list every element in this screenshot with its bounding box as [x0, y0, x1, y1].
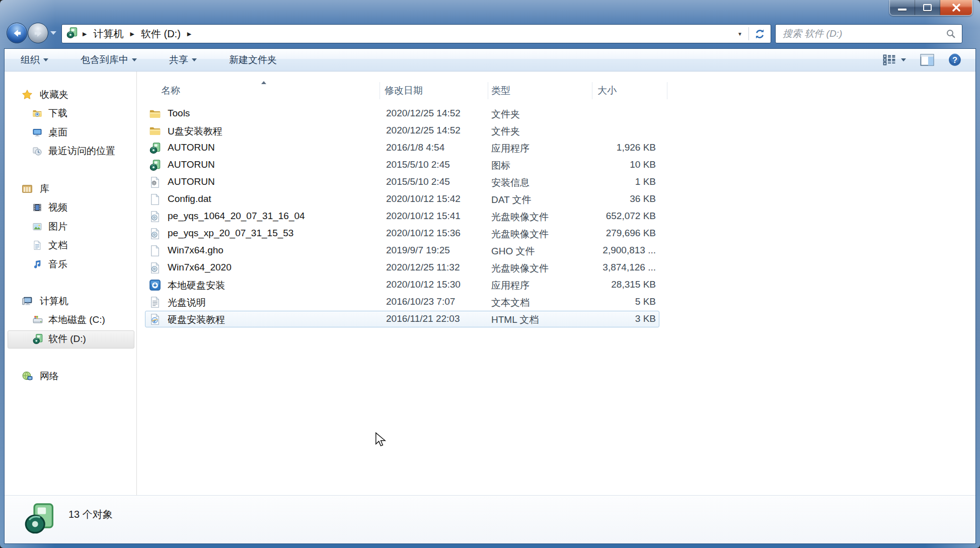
file-type: 文件夹 — [491, 108, 520, 121]
file-row[interactable]: e硬盘安装教程2016/11/21 22:03HTML 文档3 KB — [137, 311, 975, 328]
minimize-icon — [898, 9, 907, 11]
folder-icon — [149, 108, 161, 120]
toolbar-button-label: 新建文件夹 — [229, 53, 277, 66]
minimize-button[interactable] — [890, 0, 915, 15]
sidebar-item[interactable]: 最近访问的位置 — [5, 144, 136, 159]
file-row[interactable]: Config.dat2020/10/12 15:42DAT 文件36 KB — [137, 191, 975, 208]
views-icon — [882, 54, 896, 66]
column-header-name[interactable]: 名称 — [161, 82, 180, 99]
file-row[interactable]: 本地硬盘安装2020/10/12 15:30应用程序28,315 KB — [137, 277, 975, 294]
file-date: 2016/1/8 4:54 — [386, 142, 444, 153]
column-header-type[interactable]: 类型 — [491, 82, 510, 99]
address-dropdown-icon[interactable]: ▼ — [731, 31, 748, 37]
sidebar-item-label: 本地磁盘 (C:) — [48, 313, 105, 326]
sidebar-item[interactable]: 图片 — [5, 219, 136, 234]
file-size: 1,926 KB — [570, 142, 656, 153]
breadcrumb-arrow-icon[interactable]: ▶ — [187, 31, 191, 37]
file-row[interactable]: pe_yqs_xp_20_07_31_15_532020/10/12 15:36… — [137, 225, 975, 242]
folder-icon — [149, 125, 161, 137]
sidebar-item-label: 音乐 — [48, 258, 67, 271]
column-header-size[interactable]: 大小 — [597, 82, 617, 99]
breadcrumb-item[interactable]: 计算机 — [91, 26, 125, 42]
file-name: pe_yqs_xp_20_07_31_15_53 — [168, 228, 293, 239]
search-box — [775, 24, 962, 43]
plain-file-icon — [149, 193, 161, 206]
sidebar-item[interactable]: 网络 — [5, 369, 136, 384]
file-size: 1 KB — [570, 176, 656, 187]
file-date: 2020/10/12 15:41 — [386, 211, 461, 222]
file-size: 5 KB — [570, 296, 656, 307]
file-row[interactable]: 光盘说明2016/10/23 7:07文本文档5 KB — [137, 294, 975, 311]
file-date: 2020/12/25 11:32 — [386, 262, 460, 273]
forward-button[interactable] — [28, 23, 48, 43]
sidebar-item[interactable]: 音乐 — [5, 257, 136, 272]
breadcrumb-arrow-icon[interactable]: ▶ — [130, 31, 134, 37]
refresh-button[interactable] — [749, 28, 771, 40]
sidebar-item[interactable]: 下载 — [5, 106, 136, 121]
html-doc-icon: e — [149, 313, 161, 325]
back-button[interactable] — [7, 23, 27, 43]
software-drive-icon — [32, 333, 43, 345]
sidebar-item[interactable]: 本地磁盘 (C:) — [5, 312, 136, 327]
toolbar-button[interactable]: 新建文件夹 — [229, 53, 277, 66]
search-icon[interactable] — [946, 29, 956, 39]
sidebar-item[interactable]: 视频 — [5, 200, 136, 215]
breadcrumb-item[interactable]: 软件 (D:) — [139, 26, 183, 42]
breadcrumb-arrow-icon[interactable]: ▶ — [83, 31, 87, 37]
file-row[interactable]: AUTORUN2015/5/10 2:45安装信息1 KB — [137, 174, 975, 191]
file-name: AUTORUN — [168, 176, 215, 187]
file-row[interactable]: AUTORUN2015/5/10 2:45图标10 KB — [137, 157, 975, 174]
close-button[interactable] — [940, 0, 972, 15]
recent-pages-chevron[interactable] — [50, 31, 56, 35]
sidebar-item[interactable]: 文档 — [5, 238, 136, 253]
file-row[interactable]: Win7x64.gho2019/9/7 19:25GHO 文件2,900,813… — [137, 242, 975, 259]
client-area: 组织包含到库中共享新建文件夹 — [4, 48, 976, 544]
file-row[interactable]: AUTORUN2016/1/8 4:54应用程序1,926 KB — [137, 140, 975, 157]
file-size: 36 KB — [570, 193, 656, 204]
help-button[interactable]: ? — [948, 53, 961, 66]
refresh-icon — [754, 28, 766, 40]
column-header-date[interactable]: 修改日期 — [385, 82, 423, 99]
address-bar[interactable]: ▶ 计算机▶软件 (D:)▶ ▼ — [61, 24, 771, 43]
sidebar-item[interactable]: 库 — [5, 181, 136, 196]
toolbar-button[interactable]: 共享 — [169, 53, 197, 66]
file-row[interactable]: Tools2020/12/25 14:52文件夹 — [137, 105, 975, 122]
svg-text:?: ? — [952, 55, 957, 65]
file-name: Config.dat — [168, 193, 211, 204]
preview-pane-button[interactable] — [920, 54, 934, 66]
toolbar-button[interactable]: 组织 — [21, 53, 48, 66]
disc-image-icon — [149, 262, 161, 274]
file-size: 3,874,126 ... — [570, 262, 656, 273]
file-type: HTML 文档 — [491, 313, 539, 326]
sidebar-item-label: 图片 — [48, 220, 67, 233]
libraries-icon — [22, 183, 33, 194]
sidebar-item[interactable]: 桌面 — [5, 125, 136, 140]
file-date: 2020/12/25 14:52 — [386, 125, 461, 136]
dropdown-caret-icon — [43, 58, 48, 61]
sidebar-item[interactable]: 计算机 — [5, 294, 136, 309]
sidebar-item-label: 桌面 — [48, 126, 67, 139]
file-row[interactable]: pe_yqs_1064_20_07_31_16_042020/10/12 15:… — [137, 208, 975, 225]
autorun-green-icon — [149, 159, 161, 171]
file-name: U盘安装教程 — [168, 125, 222, 138]
views-button[interactable] — [882, 54, 906, 66]
file-date: 2020/10/12 15:42 — [386, 193, 461, 204]
maximize-button[interactable] — [915, 0, 940, 15]
file-date: 2020/10/12 15:36 — [386, 228, 461, 239]
toolbar-button[interactable]: 包含到库中 — [81, 53, 137, 66]
forward-arrow-icon — [32, 27, 44, 39]
downloads-folder-icon — [32, 108, 42, 118]
file-size: 28,315 KB — [570, 279, 656, 290]
file-name: pe_yqs_1064_20_07_31_16_04 — [168, 211, 305, 222]
file-row[interactable]: U盘安装教程2020/12/25 14:52文件夹 — [137, 122, 975, 140]
navigation-pane: 收藏夹下载桌面最近访问的位置库视频图片文档音乐计算机本地磁盘 (C:)软件 (D… — [5, 72, 137, 495]
search-input[interactable] — [776, 28, 946, 39]
sidebar-item[interactable]: 软件 (D:) — [5, 331, 136, 347]
status-bar: 13 个对象 — [5, 495, 975, 543]
file-size: 652,072 KB — [570, 211, 656, 222]
sidebar-item-label: 软件 (D:) — [48, 332, 86, 346]
sidebar-item[interactable]: 收藏夹 — [5, 87, 136, 102]
file-date: 2015/5/10 2:45 — [386, 176, 450, 187]
file-size: 10 KB — [570, 159, 656, 170]
file-row[interactable]: Win7x64_20202020/12/25 11:32光盘映像文件3,874,… — [137, 259, 975, 277]
